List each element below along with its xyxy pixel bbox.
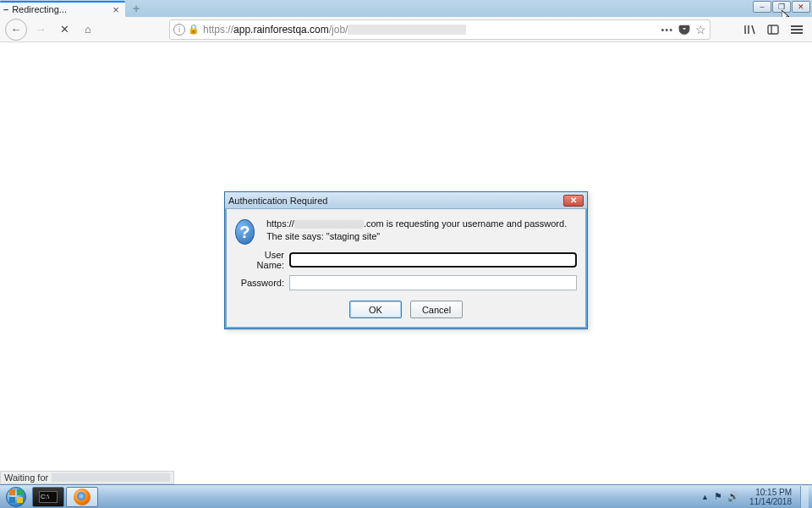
back-button[interactable]: ←	[5, 19, 27, 41]
dialog-body: ? https://.com is requesting your userna…	[225, 209, 587, 329]
username-input[interactable]	[289, 252, 577, 268]
question-icon: ?	[235, 219, 255, 245]
windows-logo-icon	[6, 487, 26, 507]
taskbar-clock[interactable]: 10:15 PM 11/14/2018	[749, 488, 792, 506]
status-text: Waiting for	[4, 472, 48, 483]
pocket-icon[interactable]	[678, 24, 690, 36]
bookmark-star-icon[interactable]: ☆	[695, 23, 706, 36]
tab-close-icon[interactable]: ×	[110, 4, 122, 15]
terminal-icon: C:\	[39, 491, 58, 503]
site-identity[interactable]: i 🔒	[173, 24, 200, 36]
firefox-icon	[74, 489, 91, 505]
dialog-close-button[interactable]: ✕	[563, 195, 584, 207]
page-actions-icon[interactable]: •••	[661, 25, 673, 35]
system-tray: ▲ ⚑ 🔊 10:15 PM 11/14/2018	[701, 486, 812, 508]
windows-taskbar: C:\ ▲ ⚑ 🔊 10:15 PM 11/14/2018	[0, 484, 812, 508]
sidebar-icon[interactable]	[763, 19, 783, 40]
tab-title: Redirecting...	[12, 4, 110, 14]
svg-rect-0	[768, 25, 778, 34]
password-label: Password:	[235, 278, 284, 288]
forward-button[interactable]: →	[30, 19, 51, 40]
url-scheme: https://	[203, 24, 233, 36]
nav-toolbar: ← → ✕ ⌂ i 🔒 https://app.rainforestqa.com…	[0, 17, 812, 42]
status-host-redacted	[52, 473, 170, 482]
new-tab-button[interactable]: +	[129, 1, 144, 16]
show-desktop-button[interactable]	[800, 486, 809, 508]
action-center-icon[interactable]: ⚑	[714, 491, 722, 502]
stop-reload-button[interactable]: ✕	[54, 19, 74, 40]
minimize-button[interactable]: –	[753, 1, 771, 13]
tab-strip: – Redirecting... × +	[0, 0, 144, 17]
taskbar-firefox[interactable]	[66, 487, 98, 507]
window-close-button[interactable]: ✕	[792, 1, 810, 13]
url-bar[interactable]: i 🔒 https://app.rainforestqa.com/job/ ••…	[169, 19, 710, 40]
clock-date: 11/14/2018	[749, 497, 792, 506]
ok-button[interactable]: OK	[349, 301, 402, 318]
volume-icon[interactable]: 🔊	[727, 491, 739, 502]
dialog-host-redacted	[294, 220, 364, 229]
auth-dialog: Authentication Required ✕ ? https://.com…	[224, 191, 588, 329]
taskbar-terminal[interactable]: C:\	[32, 487, 64, 507]
info-icon: i	[173, 24, 185, 36]
lock-icon: 🔒	[188, 24, 200, 35]
dialog-title: Authentication Required	[228, 196, 563, 206]
window-controls: – ❐ ✕	[752, 1, 810, 14]
menu-button[interactable]	[787, 19, 807, 40]
library-icon[interactable]	[739, 19, 760, 40]
url-text: https://app.rainforestqa.com/job/	[203, 24, 657, 36]
maximize-button[interactable]: ❐	[772, 1, 791, 13]
url-redacted	[348, 25, 466, 35]
tab-loading-indicator: –	[3, 4, 8, 14]
dialog-msg-pre: https://	[266, 218, 294, 229]
url-path: /job/	[329, 24, 348, 36]
cancel-button[interactable]: Cancel	[410, 301, 463, 318]
tab-active[interactable]: – Redirecting... ×	[0, 1, 125, 17]
start-button[interactable]	[2, 486, 30, 508]
tray-expand-icon[interactable]: ▲	[701, 493, 709, 501]
status-bar: Waiting for	[0, 471, 174, 484]
clock-time: 10:15 PM	[749, 488, 792, 497]
password-input[interactable]	[289, 275, 577, 290]
urlbar-actions: ••• ☆	[661, 23, 706, 36]
username-label: User Name:	[235, 250, 284, 270]
dialog-titlebar[interactable]: Authentication Required ✕	[225, 192, 587, 209]
toolbar-right	[739, 19, 807, 40]
dialog-message: https://.com is requesting your username…	[266, 218, 577, 243]
browser-titlebar: – Redirecting... × + – ❐ ✕	[0, 0, 812, 17]
url-host: app.rainforestqa.com	[233, 24, 329, 36]
home-button[interactable]: ⌂	[78, 19, 98, 40]
